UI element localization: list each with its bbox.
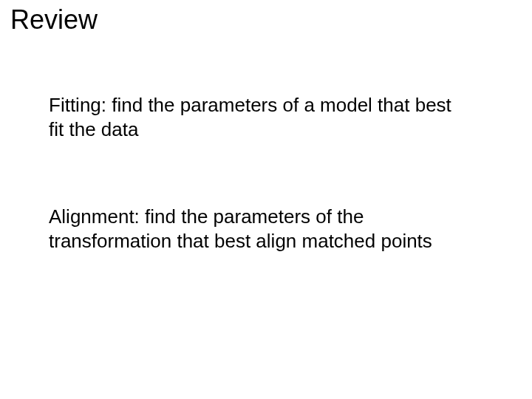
slide: Review Fitting: find the parameters of a… [0,0,532,399]
paragraph-alignment: Alignment: find the parameters of the tr… [49,205,463,253]
paragraph-fitting: Fitting: find the parameters of a model … [49,93,463,141]
slide-body: Fitting: find the parameters of a model … [49,93,463,316]
slide-title: Review [10,4,98,35]
